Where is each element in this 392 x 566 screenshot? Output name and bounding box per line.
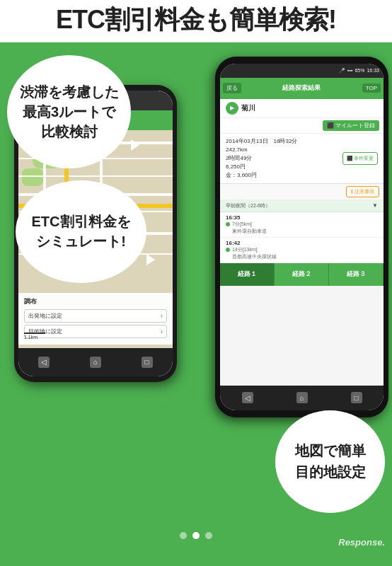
- route-date: 2014年03月13日 16時32分: [226, 137, 338, 146]
- dots-indicator: [180, 532, 212, 539]
- back-nav-icon[interactable]: ◁: [38, 357, 50, 368]
- route-info-box: 2014年03月13日 16時32分 242.7km 2時間49分 6,250円…: [220, 134, 384, 184]
- bubble-bottom-right: 地図で簡単 目的地設定: [275, 410, 385, 513]
- route-time: 2時間49分: [226, 154, 338, 163]
- step-1: 16:35 7分[5km] 東外環自動車道: [220, 212, 384, 238]
- square-nav-right-icon[interactable]: □: [351, 392, 362, 403]
- map-panel-title: 調布: [24, 297, 167, 306]
- destination-name: 菊川: [241, 103, 255, 113]
- origin-label: 出発地に設定: [28, 312, 62, 320]
- home-nav-icon[interactable]: ⌂: [90, 357, 101, 368]
- mic-icon: 🎤: [339, 68, 345, 74]
- back-nav-right-icon[interactable]: ◁: [242, 392, 253, 403]
- origin-arrow: ›: [161, 312, 163, 320]
- route-header-title: 経路探索結果: [244, 83, 359, 93]
- step-1-distance: 7分[5km]: [232, 221, 252, 228]
- myroute-row: ⬛ マイルート登録: [220, 118, 384, 134]
- tab-route-3[interactable]: 経路３: [329, 263, 384, 286]
- square-nav-icon[interactable]: □: [142, 357, 153, 368]
- clock: 16:33: [367, 68, 379, 73]
- time-range-label: 早朝夜間（22-6時）: [226, 202, 270, 209]
- battery-level: 65%: [354, 68, 364, 73]
- dest-row[interactable]: 目的地に設定 ›: [24, 325, 167, 338]
- step-2-road: 首都高速中央環状線: [232, 253, 277, 260]
- phone-right: 🎤 ▪▪▪ 65% 16:33 戻る 経路探索結果 TOP: [215, 57, 388, 417]
- top-button[interactable]: TOP: [362, 83, 381, 93]
- caution-button[interactable]: ℹ 注意事項: [346, 186, 379, 197]
- bubble-etc: ETC割引料金を シミュレート!: [16, 180, 146, 283]
- phone-left-bottom-nav: ◁ ⌂ □: [18, 348, 173, 376]
- scale-bar: 1.1km: [24, 333, 45, 340]
- step-2-distance: 14分[13km]: [232, 246, 258, 253]
- response-logo: Response.: [338, 537, 385, 548]
- bubble-top-left: 渋滞を考慮した 最高3ルートで 比較検討: [7, 55, 131, 168]
- tab-route-1[interactable]: 経路１: [220, 263, 275, 286]
- header-title: ETC割引料金も簡単検索!: [56, 5, 336, 34]
- main-area: IC ■ ▲ 🔋 調布 出発地に設定 ›: [0, 42, 392, 552]
- tab-bar: 経路１ 経路２ 経路３: [220, 263, 384, 286]
- dot-3[interactable]: [205, 532, 212, 539]
- phone-right-bottom-nav: ◁ ⌂ □: [220, 386, 384, 410]
- tab-route-2[interactable]: 経路２: [275, 263, 329, 286]
- condition-button[interactable]: ⬛ 条件変更: [342, 152, 378, 165]
- dropdown-arrow-icon: ▼: [372, 202, 378, 209]
- myroute-button[interactable]: ⬛ マイルート登録: [323, 120, 379, 131]
- signal-icon: ▪▪▪: [347, 68, 352, 73]
- dot-2[interactable]: [192, 532, 200, 539]
- header-banner: ETC割引料金も簡単検索!: [0, 0, 392, 42]
- route-toll: 6,250円: [226, 163, 338, 171]
- play-button[interactable]: ▶: [226, 102, 238, 115]
- step-1-road: 東外環自動車道: [232, 228, 267, 235]
- status-bar: 🎤 ▪▪▪ 65% 16:33: [220, 64, 384, 78]
- route-discount: 金：3,600円: [226, 171, 338, 180]
- time-section[interactable]: 早朝夜間（22-6時） ▼: [220, 200, 384, 212]
- dot-1[interactable]: [180, 532, 187, 539]
- step-2: 16:42 14分[13km] 首都高速中央環状線: [220, 238, 384, 263]
- back-button[interactable]: 戻る: [223, 83, 241, 93]
- origin-row[interactable]: 出発地に設定 ›: [24, 309, 167, 323]
- route-header: 戻る 経路探索結果 TOP: [220, 78, 384, 99]
- dest-arrow: ›: [161, 328, 163, 335]
- route-distance: 242.7km: [226, 146, 338, 154]
- destination-row: ▶ 菊川: [220, 99, 384, 118]
- home-nav-right-icon[interactable]: ⌂: [296, 392, 308, 403]
- caution-row: ℹ 注意事項: [220, 184, 384, 200]
